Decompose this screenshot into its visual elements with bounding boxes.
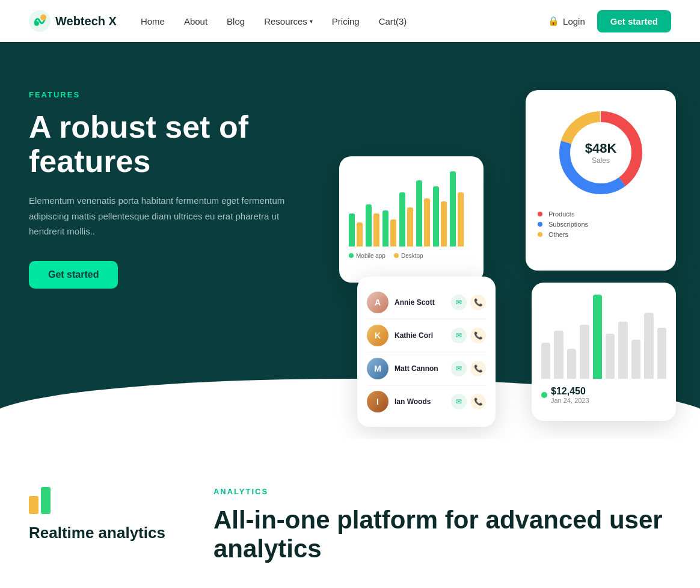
hero-cta-button[interactable]: Get started [29,261,118,289]
analytics-right-title: All-in-one platform for advanced user an… [213,506,671,564]
logo-icon [29,10,51,32]
mini-amount: $12,450 [551,386,589,397]
person-name-matt: Matt Cannon [395,364,445,373]
donut-center: $48K Sales [585,141,617,165]
hero-content: FEATURES A robust set of features Elemen… [29,90,305,289]
analytics-left: Realtime analytics [29,487,165,542]
email-icon[interactable]: ✉ [451,361,467,376]
analytics-right: ANALYTICS All-in-one platform for advanc… [213,487,671,564]
people-card: A Annie Scott ✉ 📞 K Kathie Corl ✉ 📞 M Ma… [357,277,496,427]
donut-chart-card: $48K Sales Products Subscriptions Others [526,90,676,271]
navbar: Webtech X Home About Blog Resources ▾ Pr… [0,0,700,42]
subscriptions-dot [538,222,542,227]
svg-point-1 [40,14,46,20]
logo[interactable]: Webtech X [29,10,117,32]
person-row-matt: M Matt Cannon ✉ 📞 [367,352,486,385]
mini-bar-info: $12,450 Jan 24, 2023 [541,386,666,404]
hero-description: Elementum venenatis porta habitant ferme… [29,193,305,239]
login-button[interactable]: 🔒 Login [548,16,585,26]
person-icons-annie: ✉ 📞 [451,295,486,310]
svg-point-2 [34,21,39,26]
nav-links: Home About Blog Resources ▾ Pricing Cart… [141,16,548,26]
nav-home[interactable]: Home [141,16,165,26]
features-label: FEATURES [29,90,305,99]
avatar-kathie: K [367,325,388,346]
phone-icon[interactable]: 📞 [470,361,486,376]
donut-chart: $48K Sales [553,105,649,201]
person-name-annie: Annie Scott [395,298,445,307]
mini-dot [541,392,547,398]
donut-label: Sales [585,156,617,165]
legend-subscriptions: Subscriptions [538,221,664,228]
person-icons-matt: ✉ 📞 [451,361,486,376]
person-row-annie: A Annie Scott ✉ 📞 [367,286,486,319]
donut-legend: Products Subscriptions Others [538,210,664,238]
lock-icon: 🔒 [548,16,559,26]
person-name-ian: Ian Woods [395,397,445,406]
chevron-down-icon: ▾ [310,18,313,25]
legend-products: Products [538,210,664,218]
avatar-matt: M [367,358,388,379]
get-started-nav-button[interactable]: Get started [597,10,671,32]
email-icon[interactable]: ✉ [451,394,467,409]
brand-name: Webtech X [55,14,117,28]
others-dot [538,232,542,237]
nav-blog[interactable]: Blog [227,16,245,26]
phone-icon[interactable]: 📞 [470,328,486,343]
person-name-kathie: Kathie Corl [395,331,445,340]
person-row-ian: I Ian Woods ✉ 📞 [367,385,486,418]
nav-resources[interactable]: Resources ▾ [264,16,313,26]
hero-cards: Mobile app Desktop $48K Sal [339,90,676,439]
products-dot [538,212,542,216]
phone-icon[interactable]: 📞 [470,394,486,409]
bar-chart-card: Mobile app Desktop [339,156,484,283]
nav-actions: 🔒 Login Get started [548,10,671,32]
analytics-section: Realtime analytics ANALYTICS All-in-one … [0,439,700,588]
email-icon[interactable]: ✉ [451,328,467,343]
legend-others: Others [538,231,664,238]
donut-amount: $48K [585,141,617,156]
chart-legend: Mobile app Desktop [349,253,474,259]
hero-title: A robust set of features [29,110,305,179]
person-row-kathie: K Kathie Corl ✉ 📞 [367,319,486,352]
analytics-label: ANALYTICS [213,487,671,496]
bar-chart-area [349,168,474,247]
email-icon[interactable]: ✉ [451,295,467,310]
analytics-left-title: Realtime analytics [29,524,165,542]
person-icons-kathie: ✉ 📞 [451,328,486,343]
phone-icon[interactable]: 📞 [470,295,486,310]
avatar-ian: I [367,391,388,412]
mini-bar-area [541,295,666,379]
nav-about[interactable]: About [184,16,207,26]
nav-cart[interactable]: Cart(3) [379,16,407,26]
mini-date: Jan 24, 2023 [551,397,589,404]
avatar-annie: A [367,292,388,313]
hero-section: FEATURES A robust set of features Elemen… [0,42,700,439]
analytics-icon [29,487,51,514]
nav-pricing[interactable]: Pricing [332,16,360,26]
mini-bar-card: $12,450 Jan 24, 2023 [532,283,676,421]
person-icons-ian: ✉ 📞 [451,394,486,409]
